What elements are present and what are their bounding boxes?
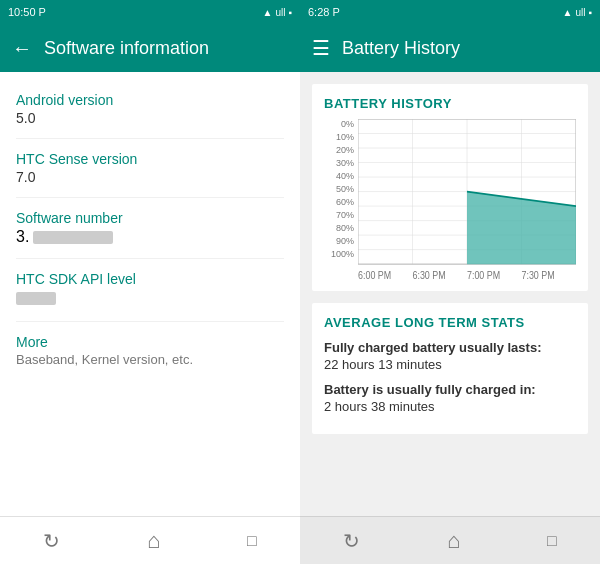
- stats-value-2: 2 hours 38 minutes: [324, 399, 576, 414]
- battery-icon-right: ▪: [588, 7, 592, 18]
- htc-sense-label: HTC Sense version: [16, 151, 284, 167]
- nav-recent-right[interactable]: □: [547, 532, 557, 550]
- android-version-item: Android version 5.0: [0, 80, 300, 138]
- stats-row-1: Fully charged battery usually lasts: 22 …: [324, 338, 576, 372]
- bottom-nav-right: ↻ ⌂ □: [300, 516, 600, 564]
- wifi-icon-right: ull: [575, 7, 585, 18]
- svg-text:6:00 PM: 6:00 PM: [358, 269, 391, 279]
- screen-title-right: Battery History: [342, 38, 460, 59]
- right-panel: 6:28 P ▲ ull ▪ ☰ Battery History BATTERY…: [300, 0, 600, 564]
- bottom-nav-left: ↻ ⌂ □: [0, 516, 300, 564]
- y-label-70: 70%: [324, 210, 354, 220]
- nav-recent-left[interactable]: □: [247, 532, 257, 550]
- battery-history-title: BATTERY HISTORY: [324, 96, 576, 111]
- avg-stats-title: AVERAGE LONG TERM STATS: [324, 315, 576, 330]
- stats-row-2: Battery is usually fully charged in: 2 h…: [324, 380, 576, 414]
- stats-label-1: Fully charged battery usually lasts:: [324, 340, 541, 355]
- software-number-blurred: [33, 231, 113, 244]
- software-number-row: 3.: [16, 228, 284, 246]
- top-bar-left: ← Software information: [0, 24, 300, 72]
- status-bar-right: 6:28 P ▲ ull ▪: [300, 0, 600, 24]
- software-number-label: Software number: [16, 210, 284, 226]
- more-item[interactable]: More Baseband, Kernel version, etc.: [0, 322, 300, 379]
- battery-history-card: BATTERY HISTORY 100% 90% 80% 70% 60% 50%…: [312, 84, 588, 291]
- nav-back-left[interactable]: ↻: [43, 529, 60, 553]
- top-bar-right: ☰ Battery History: [300, 24, 600, 72]
- android-version-label: Android version: [16, 92, 284, 108]
- y-label-10: 10%: [324, 132, 354, 142]
- avg-stats-card: AVERAGE LONG TERM STATS Fully charged ba…: [312, 303, 588, 434]
- battery-chart-svg: 6:00 PM 6:30 PM 7:00 PM 7:30 PM: [358, 119, 576, 279]
- y-axis: 100% 90% 80% 70% 60% 50% 40% 30% 20% 10%…: [324, 119, 354, 279]
- y-label-50: 50%: [324, 184, 354, 194]
- more-sublabel: Baseband, Kernel version, etc.: [16, 352, 284, 367]
- y-label-30: 30%: [324, 158, 354, 168]
- nav-home-right[interactable]: ⌂: [447, 528, 460, 554]
- back-button[interactable]: ←: [12, 37, 32, 60]
- y-label-100: 100%: [324, 249, 354, 259]
- software-number-item: Software number 3.: [0, 198, 300, 258]
- android-version-value: 5.0: [16, 110, 284, 126]
- htc-sdk-value-blurred: [16, 292, 56, 305]
- menu-button[interactable]: ☰: [312, 36, 330, 60]
- stats-value-1: 22 hours 13 minutes: [324, 357, 576, 372]
- screen-title-left: Software information: [44, 38, 209, 59]
- chart-grid: 6:00 PM 6:30 PM 7:00 PM 7:30 PM: [358, 119, 576, 279]
- svg-text:6:30 PM: 6:30 PM: [413, 269, 446, 279]
- content-left: Android version 5.0 HTC Sense version 7.…: [0, 72, 300, 516]
- y-label-20: 20%: [324, 145, 354, 155]
- signal-icon: ▲: [263, 7, 273, 18]
- htc-sdk-label: HTC SDK API level: [16, 271, 284, 287]
- y-label-40: 40%: [324, 171, 354, 181]
- status-bar-left: 10:50 P ▲ ull ▪: [0, 0, 300, 24]
- software-number-prefix: 3.: [16, 228, 29, 246]
- htc-sense-item: HTC Sense version 7.0: [0, 139, 300, 197]
- wifi-icon: ull: [275, 7, 285, 18]
- battery-icon: ▪: [288, 7, 292, 18]
- y-label-0: 0%: [324, 119, 354, 129]
- htc-sdk-item: HTC SDK API level: [0, 259, 300, 321]
- status-icons-left: ▲ ull ▪: [263, 7, 292, 18]
- svg-text:7:00 PM: 7:00 PM: [467, 269, 500, 279]
- y-label-80: 80%: [324, 223, 354, 233]
- htc-sense-value: 7.0: [16, 169, 284, 185]
- status-icons-right: ▲ ull ▪: [563, 7, 592, 18]
- status-time-left: 10:50 P: [8, 6, 46, 18]
- content-right: BATTERY HISTORY 100% 90% 80% 70% 60% 50%…: [300, 72, 600, 516]
- signal-icon-right: ▲: [563, 7, 573, 18]
- nav-back-right[interactable]: ↻: [343, 529, 360, 553]
- y-label-90: 90%: [324, 236, 354, 246]
- stats-label-2: Battery is usually fully charged in:: [324, 382, 536, 397]
- more-label: More: [16, 334, 284, 350]
- battery-chart: 100% 90% 80% 70% 60% 50% 40% 30% 20% 10%…: [324, 119, 576, 279]
- svg-text:7:30 PM: 7:30 PM: [522, 269, 555, 279]
- left-panel: 10:50 P ▲ ull ▪ ← Software information A…: [0, 0, 300, 564]
- status-time-right: 6:28 P: [308, 6, 340, 18]
- y-label-60: 60%: [324, 197, 354, 207]
- nav-home-left[interactable]: ⌂: [147, 528, 160, 554]
- svg-marker-15: [467, 192, 576, 265]
